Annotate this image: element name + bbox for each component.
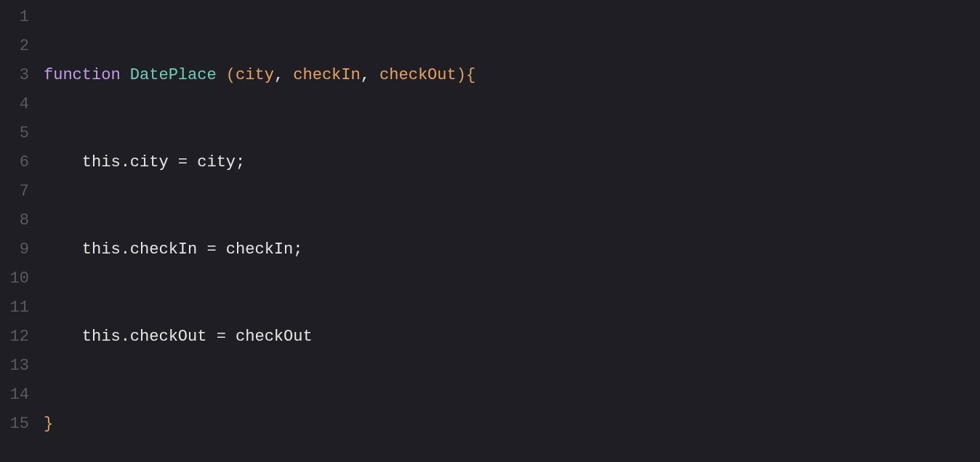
code-area[interactable]: function DatePlace (city, checkIn, check… [44,3,980,462]
line-number: 10 [0,264,29,293]
keyword-function: function [44,66,121,84]
line-number: 7 [0,177,29,206]
line-number: 11 [0,293,29,323]
dot: . [121,153,130,171]
brace-close: } [44,415,53,433]
dot: . [121,240,130,259]
line-number: 9 [0,235,29,264]
code-line[interactable]: function DatePlace (city, checkIn, check… [44,61,980,90]
line-number: 8 [0,206,29,235]
ident-checkIn: checkIn [226,240,293,259]
line-number: 12 [0,323,29,352]
comma: , [361,66,379,84]
semicolon: ; [236,153,245,171]
equals: = [169,153,198,171]
param-city: city [236,66,274,84]
space [121,66,130,84]
code-line[interactable]: this.checkOut = checkOut [44,323,980,352]
prop-checkOut: checkOut [130,328,207,346]
comma: , [274,66,293,84]
this-keyword: this [82,328,121,346]
line-number: 1 [0,3,29,32]
semicolon: ; [293,240,302,259]
space [217,66,226,84]
code-line[interactable]: this.city = city; [44,148,980,177]
line-number-gutter: 1 2 3 4 5 6 7 8 9 10 11 12 13 14 15 [0,3,44,462]
line-number: 14 [0,381,29,410]
param-checkIn: checkIn [293,66,360,84]
line-number: 3 [0,61,29,90]
line-number: 5 [0,119,29,148]
ident-checkOut: checkOut [236,328,313,346]
this-keyword: this [82,153,121,171]
code-editor[interactable]: 1 2 3 4 5 6 7 8 9 10 11 12 13 14 15 func… [0,0,980,462]
line-number: 4 [0,90,29,119]
paren-open: ( [226,66,236,84]
code-line[interactable]: } [44,410,980,439]
equals: = [206,328,236,346]
prop-city: city [130,153,169,171]
paren-close: ) [457,66,466,84]
code-line[interactable]: this.checkIn = checkIn; [44,235,980,264]
line-number: 6 [0,148,29,177]
line-number: 2 [0,32,29,61]
prop-checkIn: checkIn [130,240,197,259]
param-checkOut: checkOut [379,66,457,84]
dot: . [121,328,130,346]
line-number: 15 [0,410,29,439]
function-name: DatePlace [130,66,217,84]
line-number: 13 [0,352,29,381]
brace-open: { [466,66,475,84]
equals: = [197,240,226,259]
ident-city: city [197,153,236,171]
this-keyword: this [82,240,121,259]
